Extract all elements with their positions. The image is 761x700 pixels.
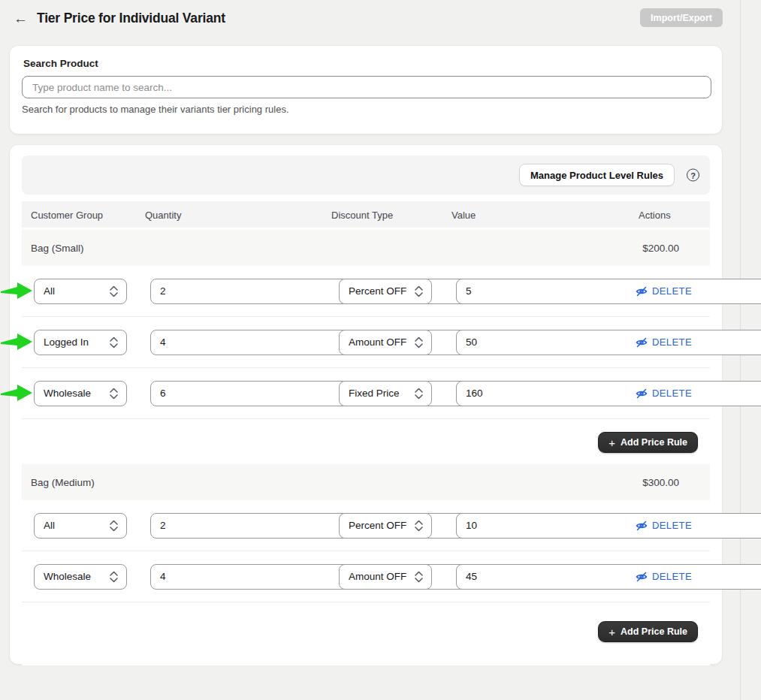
discount-type-select[interactable]: Amount OFF [339, 330, 432, 355]
eye-off-icon [636, 336, 648, 348]
customer-group-value: Logged In [44, 336, 89, 348]
table-header-row: Customer Group Quantity Discount Type Va… [22, 201, 710, 228]
delete-button[interactable]: DELETE [636, 520, 692, 532]
variant-group-row: Bag (Medium) $300.00 [22, 464, 710, 500]
search-product-input[interactable] [22, 76, 711, 98]
discount-type-value: Fixed Price [349, 388, 400, 399]
col-header-quantity: Quantity [145, 209, 181, 220]
delete-label: DELETE [652, 388, 692, 399]
stepper-icon [110, 388, 118, 400]
eye-off-icon [636, 285, 648, 297]
back-arrow-icon[interactable]: ← [14, 11, 28, 26]
col-header-discount-type: Discount Type [331, 209, 393, 220]
variant-price: $300.00 [642, 477, 679, 488]
eye-off-icon [636, 571, 648, 583]
discount-type-value: Amount OFF [349, 571, 406, 582]
plus-icon: + [608, 437, 615, 448]
delete-button[interactable]: DELETE [636, 285, 692, 297]
value-input[interactable] [456, 513, 761, 539]
discount-type-value: Percent OFF [349, 520, 406, 531]
plus-icon: + [608, 626, 615, 638]
discount-type-select[interactable]: Amount OFF [339, 564, 432, 590]
discount-type-select[interactable]: Percent OFF [339, 279, 432, 304]
customer-group-select[interactable]: Wholesale [34, 381, 127, 406]
rules-toolbar: Manage Product Level Rules ? [22, 155, 710, 195]
value-input[interactable] [456, 330, 761, 355]
add-rule-row: + Add Price Rule [22, 419, 710, 464]
col-header-customer-group: Customer Group [31, 209, 103, 220]
stepper-icon [415, 520, 423, 532]
variant-group-row: Bag (Small) $200.00 [22, 230, 710, 266]
annotation-arrow-icon [1, 330, 34, 353]
add-price-rule-label: Add Price Rule [621, 437, 687, 448]
import-export-button[interactable]: Import/Export [640, 8, 723, 27]
delete-label: DELETE [652, 571, 692, 582]
customer-group-select[interactable]: Wholesale [34, 564, 127, 590]
tier-rules-card: Manage Product Level Rules ? Customer Gr… [9, 144, 723, 665]
stepper-icon [415, 388, 423, 400]
page-header: ← Tier Price for Individual Variant Impo… [0, 0, 761, 36]
discount-type-select[interactable]: Fixed Price [339, 381, 432, 406]
col-header-actions: Actions [639, 209, 671, 220]
customer-group-select[interactable]: All [34, 513, 127, 539]
customer-group-value: Wholesale [44, 388, 91, 399]
variant-name: Bag (Small) [31, 243, 84, 254]
customer-group-value: Wholesale [44, 571, 91, 582]
search-product-card: Search Product Search for products to ma… [9, 45, 723, 134]
search-helper-text: Search for products to manage their vari… [22, 104, 710, 115]
discount-type-value: Percent OFF [349, 285, 406, 297]
variant-price: $200.00 [642, 243, 679, 254]
delete-label: DELETE [652, 336, 692, 348]
stepper-icon [415, 571, 423, 583]
delete-button[interactable]: DELETE [636, 571, 692, 583]
discount-type-value: Amount OFF [349, 336, 406, 348]
col-header-value: Value [451, 209, 476, 220]
customer-group-value: All [44, 520, 55, 531]
eye-off-icon [636, 520, 648, 532]
eye-off-icon [636, 388, 648, 400]
price-rule-row: All Percent OFF DELETE [22, 266, 710, 317]
price-rule-row: Wholesale Fixed Price DELETE [22, 368, 710, 419]
search-product-label: Search Product [23, 58, 710, 69]
stepper-icon [110, 520, 118, 532]
manage-product-level-rules-button[interactable]: Manage Product Level Rules [519, 164, 675, 186]
customer-group-select[interactable]: Logged In [34, 330, 127, 355]
variant-name: Bag (Medium) [31, 477, 95, 488]
price-rule-row: All Percent OFF DELETE [22, 500, 710, 551]
delete-label: DELETE [652, 520, 692, 531]
annotation-arrow-icon [1, 382, 34, 404]
add-price-rule-label: Add Price Rule [621, 626, 687, 637]
delete-button[interactable]: DELETE [636, 388, 692, 400]
page-title: Tier Price for Individual Variant [37, 11, 225, 26]
stepper-icon [110, 285, 118, 297]
add-price-rule-button[interactable]: + Add Price Rule [598, 432, 698, 453]
add-price-rule-button[interactable]: + Add Price Rule [598, 621, 698, 642]
annotation-arrow-icon [1, 279, 34, 302]
stepper-icon [110, 571, 118, 583]
discount-type-select[interactable]: Percent OFF [339, 513, 432, 539]
delete-label: DELETE [652, 285, 692, 297]
value-input[interactable] [456, 564, 761, 590]
value-input[interactable] [456, 279, 761, 304]
price-rule-row: Logged In Amount OFF DELETE [22, 317, 710, 368]
help-icon[interactable]: ? [687, 169, 699, 182]
stepper-icon [415, 285, 423, 297]
stepper-icon [110, 336, 118, 348]
stepper-icon [415, 336, 423, 348]
customer-group-value: All [44, 285, 55, 297]
customer-group-select[interactable]: All [34, 279, 127, 304]
price-rule-row: Wholesale Amount OFF DELETE [22, 551, 710, 602]
value-input[interactable] [456, 381, 761, 406]
delete-button[interactable]: DELETE [636, 336, 692, 348]
add-rule-row: + Add Price Rule [22, 602, 710, 665]
